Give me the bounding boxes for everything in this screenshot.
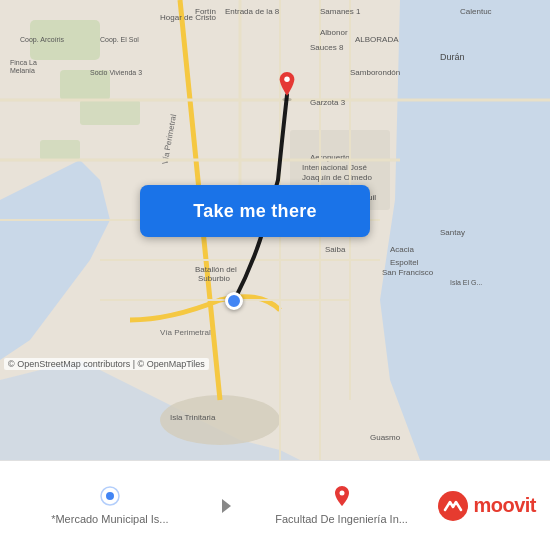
svg-text:Espoltel: Espoltel <box>390 258 419 267</box>
origin-label: *Mercado Municipal Is... <box>51 512 168 526</box>
svg-text:Guasmo: Guasmo <box>370 433 401 442</box>
destination-pin <box>276 72 298 100</box>
svg-text:Santay: Santay <box>440 228 465 237</box>
moovit-text: moovit <box>473 494 536 517</box>
svg-text:Entrada de la 8: Entrada de la 8 <box>225 7 280 16</box>
bottom-bar: *Mercado Municipal Is... Facultad De Ing… <box>0 460 550 550</box>
svg-text:Coop. El Sol: Coop. El Sol <box>100 36 139 44</box>
map-attribution: © OpenStreetMap contributors | © OpenMap… <box>4 358 209 370</box>
svg-text:Saiba: Saiba <box>325 245 346 254</box>
svg-text:Calentuc: Calentuc <box>460 7 492 16</box>
svg-text:Joaquín de Olmedo: Joaquín de Olmedo <box>302 173 372 182</box>
svg-point-53 <box>284 77 289 82</box>
svg-text:Isla Trinitaria: Isla Trinitaria <box>170 413 216 422</box>
current-location-dot <box>225 292 243 310</box>
destination-icon <box>330 484 354 508</box>
moovit-logo-icon <box>437 490 469 522</box>
route-arrow <box>206 494 246 518</box>
svg-text:Batallón del: Batallón del <box>195 265 237 274</box>
moovit-logo: moovit <box>437 490 536 522</box>
svg-text:Albonor: Albonor <box>320 28 348 37</box>
svg-text:Internacional José: Internacional José <box>302 163 367 172</box>
svg-text:Isla El G...: Isla El G... <box>450 279 482 286</box>
map-container: Aeropuerto Internacional José Joaquín de… <box>0 0 550 460</box>
svg-point-56 <box>339 491 344 496</box>
origin-item: *Mercado Municipal Is... <box>14 484 206 526</box>
svg-text:Vía Perimetral: Vía Perimetral <box>160 328 211 337</box>
destination-item: Facultad De Ingeniería In... <box>246 484 438 526</box>
svg-text:Samanes 1: Samanes 1 <box>320 7 361 16</box>
svg-text:Sauces 8: Sauces 8 <box>310 43 344 52</box>
svg-text:Durán: Durán <box>440 52 465 62</box>
svg-rect-8 <box>80 100 140 125</box>
arrow-icon <box>214 494 238 518</box>
svg-rect-9 <box>40 140 80 160</box>
svg-text:Coop. Arcoíris: Coop. Arcoíris <box>20 36 64 44</box>
svg-text:Fortín: Fortín <box>195 7 216 16</box>
svg-point-52 <box>282 98 291 102</box>
origin-icon <box>98 484 122 508</box>
svg-text:Garzota 3: Garzota 3 <box>310 98 346 107</box>
svg-text:Socio Vivienda 3: Socio Vivienda 3 <box>90 69 142 76</box>
svg-text:Finca La: Finca La <box>10 59 37 66</box>
svg-text:San Francisco: San Francisco <box>382 268 434 277</box>
svg-text:Acacia: Acacia <box>390 245 415 254</box>
svg-text:Suburbio: Suburbio <box>198 274 231 283</box>
take-me-there-button[interactable]: Take me there <box>140 185 370 237</box>
svg-text:ALBORADA: ALBORADA <box>355 35 399 44</box>
svg-point-54 <box>105 491 115 501</box>
destination-label: Facultad De Ingeniería In... <box>275 512 408 526</box>
svg-text:Melanía: Melanía <box>10 67 35 74</box>
svg-text:Samborondón: Samborondón <box>350 68 400 77</box>
svg-marker-3 <box>380 0 550 460</box>
